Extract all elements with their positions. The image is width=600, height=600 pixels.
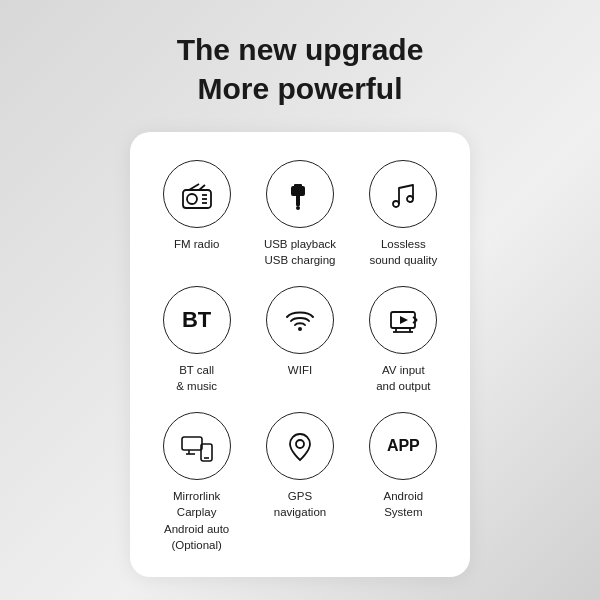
svg-rect-9: [296, 194, 300, 206]
svg-rect-21: [182, 437, 202, 450]
svg-point-1: [187, 194, 197, 204]
bt-icon-circle: BT: [163, 286, 231, 354]
feature-usb: USB playbackUSB charging: [253, 160, 346, 268]
page-header: The new upgrade More powerful: [177, 30, 424, 108]
feature-lossless: Losslesssound quality: [357, 160, 450, 268]
mirror-icon: [179, 428, 215, 464]
svg-point-13: [298, 327, 302, 331]
feature-gps: GPSnavigation: [253, 412, 346, 552]
fm-radio-icon-circle: [163, 160, 231, 228]
bt-label: BT call& music: [176, 362, 217, 394]
feature-android: APP AndroidSystem: [357, 412, 450, 552]
mirrorlink-label: MirrorlinkCarplayAndroid auto(Optional): [164, 488, 229, 552]
wifi-label: WIFI: [288, 362, 312, 378]
svg-marker-15: [400, 316, 408, 324]
features-card: FM radio USB playbackUSB charging Lossle…: [130, 132, 470, 577]
av-label: AV inputand output: [376, 362, 430, 394]
music-icon: [385, 176, 421, 212]
gps-icon-circle: [266, 412, 334, 480]
radio-icon: [179, 176, 215, 212]
feature-mirrorlink: MirrorlinkCarplayAndroid auto(Optional): [150, 412, 243, 552]
usb-icon-circle: [266, 160, 334, 228]
feature-fm-radio: FM radio: [150, 160, 243, 268]
android-label: AndroidSystem: [384, 488, 424, 520]
gps-icon: [282, 428, 318, 464]
page-title: The new upgrade More powerful: [177, 30, 424, 108]
svg-point-11: [393, 201, 399, 207]
av-icon: [385, 302, 421, 338]
svg-point-10: [296, 206, 300, 210]
svg-point-26: [296, 440, 304, 448]
wifi-icon-circle: [266, 286, 334, 354]
bt-icon: BT: [182, 307, 211, 333]
feature-av: AV inputand output: [357, 286, 450, 394]
lossless-icon-circle: [369, 160, 437, 228]
feature-bt: BT BT call& music: [150, 286, 243, 394]
svg-line-20: [413, 320, 417, 323]
svg-rect-8: [294, 184, 302, 188]
lossless-label: Losslesssound quality: [369, 236, 437, 268]
av-icon-circle: [369, 286, 437, 354]
fm-radio-label: FM radio: [174, 236, 219, 252]
usb-label: USB playbackUSB charging: [264, 236, 336, 268]
gps-label: GPSnavigation: [274, 488, 326, 520]
android-icon-circle: APP: [369, 412, 437, 480]
mirrorlink-icon-circle: [163, 412, 231, 480]
wifi-icon: [282, 302, 318, 338]
app-icon: APP: [387, 437, 420, 455]
svg-point-12: [407, 196, 413, 202]
usb-icon: [282, 176, 318, 212]
feature-wifi: WIFI: [253, 286, 346, 394]
